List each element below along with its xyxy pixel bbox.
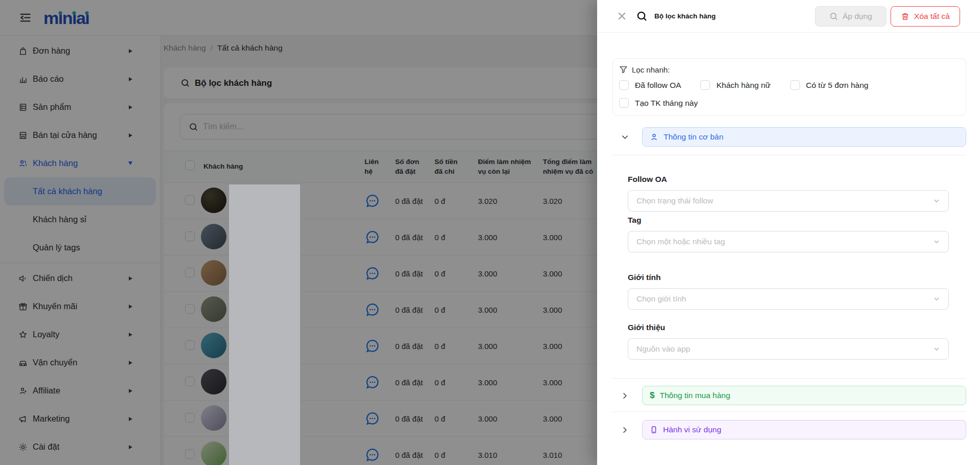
chevron-down-icon: [933, 345, 940, 353]
apply-button[interactable]: Áp dụng: [815, 6, 886, 27]
phone-icon: [650, 426, 658, 434]
section-purchase-info-header[interactable]: $ Thông tin mua hàng: [642, 386, 966, 405]
chevron-right-icon[interactable]: [620, 391, 630, 400]
field-label-follow-oa: Follow OA: [628, 175, 949, 184]
chevron-down-icon[interactable]: [620, 133, 630, 142]
field-label-gender: Giới tính: [628, 273, 949, 282]
checkbox[interactable]: [700, 80, 710, 90]
chevron-down-icon: [933, 197, 940, 204]
section-divider: [612, 411, 966, 412]
quick-filter-title: Lọc nhanh:: [632, 65, 670, 74]
basic-info-fields: Follow OA Chọn trạng thái follow Tag Chọ…: [628, 175, 949, 360]
person-icon: [650, 133, 658, 142]
quick-option-female[interactable]: Khách hàng nữ: [700, 80, 770, 90]
field-label-referral: Giới thiệu: [628, 323, 949, 332]
referral-select[interactable]: Nguồn vào app: [628, 338, 949, 360]
dollar-icon: $: [650, 390, 654, 401]
drawer-body: Lọc nhanh: Đã follow OA Khách hàng nữ Có…: [597, 33, 980, 465]
drawer-actions: Áp dụng Xóa tất cả: [815, 6, 960, 27]
checkbox[interactable]: [619, 98, 629, 108]
clear-all-button[interactable]: Xóa tất cả: [891, 6, 960, 27]
filter-drawer: Bộ lọc khách hàng Áp dụng Xóa tất cả: [597, 0, 980, 465]
quick-option-follow-oa[interactable]: Đã follow OA: [619, 80, 681, 90]
section-basic-info: Thông tin cơ bản: [612, 127, 966, 155]
search-icon: [636, 10, 648, 22]
screen: mınıaı Đơn hàng Báo cáo Sản phẩm Bán tại…: [0, 0, 980, 465]
quick-option-new-account[interactable]: Tạo TK tháng này: [619, 98, 698, 108]
quick-filter-card: Lọc nhanh: Đã follow OA Khách hàng nữ Có…: [612, 58, 966, 116]
quick-option-5-orders[interactable]: Có từ 5 đơn hàng: [790, 80, 869, 90]
chevron-right-icon[interactable]: [620, 426, 630, 434]
chevron-down-icon: [933, 238, 940, 245]
checkbox[interactable]: [790, 80, 800, 90]
funnel-icon: [619, 65, 628, 74]
gender-select[interactable]: Chọn giới tính: [628, 288, 949, 310]
drawer-title: Bộ lọc khách hàng: [654, 12, 716, 20]
drawer-header: Bộ lọc khách hàng Áp dụng Xóa tất cả: [597, 0, 980, 33]
section-usage-behavior: Hành vi sử dụng: [612, 420, 966, 439]
close-icon[interactable]: [617, 11, 627, 21]
section-divider: [612, 378, 966, 379]
field-label-tag: Tag: [628, 216, 949, 225]
follow-oa-select[interactable]: Chọn trạng thái follow: [628, 190, 949, 212]
checkbox[interactable]: [619, 80, 629, 90]
section-basic-info-header[interactable]: Thông tin cơ bản: [642, 127, 966, 147]
redacted-name-overlay: [229, 184, 300, 465]
chevron-down-icon: [933, 295, 940, 303]
section-purchase-info: $ Thông tin mua hàng: [612, 386, 966, 405]
section-usage-behavior-header[interactable]: Hành vi sử dụng: [642, 420, 966, 439]
tag-select[interactable]: Chọn một hoặc nhiều tag: [628, 231, 949, 252]
